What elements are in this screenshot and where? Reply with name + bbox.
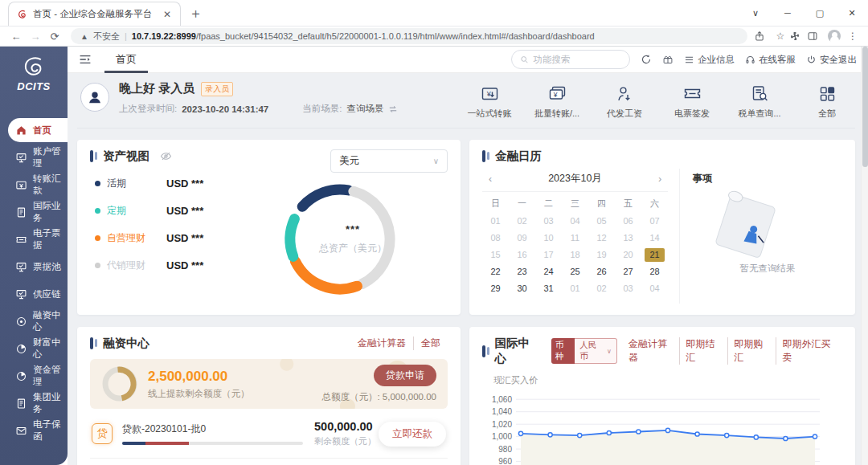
calendar-date[interactable]: 23 — [509, 265, 535, 279]
quick-action-5[interactable]: 全部 — [804, 84, 850, 120]
calendar-date[interactable]: 07 — [641, 214, 668, 228]
address-field[interactable]: ▲ 不安全 | 10.7.19.22:8999/fpaas_bucket/941… — [71, 28, 747, 44]
calendar-date[interactable]: 06 — [615, 214, 641, 228]
calendar-date[interactable]: 05 — [588, 214, 615, 228]
calendar-date[interactable]: 10 — [535, 231, 562, 245]
menu-online-service[interactable]: 在线客服 — [745, 54, 796, 66]
international-link-1[interactable]: 即期结汇 — [679, 337, 727, 365]
collapse-menu-icon[interactable] — [79, 54, 92, 65]
sidebar-item-label: 资金管理 — [33, 364, 68, 388]
quick-action-4[interactable]: 税单查询... — [736, 84, 783, 120]
sidebar-item-2[interactable]: 转账汇款 — [8, 173, 68, 197]
new-tab-button[interactable]: ＋ — [189, 4, 203, 22]
calendar-date[interactable]: 25 — [562, 265, 588, 279]
back-icon[interactable]: ← — [6, 31, 26, 43]
browser-tab[interactable]: 首页 - 企业综合金融服务平台 ✕ — [8, 2, 181, 26]
sidebar-item-11[interactable]: 电子保函 — [8, 418, 68, 443]
share-icon[interactable] — [754, 31, 772, 42]
financing-link-1[interactable]: 全部 — [413, 337, 448, 350]
calendar-date[interactable]: 12 — [588, 231, 615, 245]
tab-home[interactable]: 首页 — [104, 47, 148, 73]
forward-icon[interactable]: → — [26, 31, 45, 43]
function-search[interactable] — [511, 50, 630, 69]
tab-close-icon[interactable]: ✕ — [161, 9, 174, 20]
sidebar-item-8[interactable]: 财富中心 — [8, 337, 68, 361]
calendar-date[interactable]: 01 — [482, 214, 509, 228]
sidebar-item-0[interactable]: 首页 — [8, 118, 68, 142]
sidebar-item-6[interactable]: 供应链 — [8, 282, 68, 306]
calendar-date[interactable]: 17 — [535, 248, 562, 262]
currency-dropdown[interactable]: 美元 ∨ — [330, 149, 448, 173]
calendar-date[interactable]: 13 — [615, 231, 641, 245]
window-maximize-icon[interactable]: ▢ — [804, 1, 836, 25]
calendar-date[interactable]: 02 — [588, 282, 615, 296]
eye-off-icon[interactable] — [160, 151, 172, 161]
gift-icon[interactable] — [662, 54, 674, 65]
calendar-date[interactable]: 28 — [641, 265, 668, 279]
calendar-date[interactable]: 09 — [509, 231, 535, 245]
quick-action-1[interactable]: ¥批量转账/... — [534, 84, 580, 120]
weekday-label: 四 — [588, 198, 615, 210]
international-link-2[interactable]: 即期购汇 — [727, 337, 776, 365]
currency-kind-dropdown[interactable]: 人民币 ∨ — [575, 338, 617, 364]
calendar-date[interactable]: 16 — [509, 248, 535, 262]
calendar-date[interactable]: 11 — [562, 231, 588, 245]
calendar-date[interactable]: 14 — [641, 231, 668, 245]
calendar-date[interactable]: 22 — [482, 265, 509, 279]
sidebar-item-9[interactable]: 资金管理 — [8, 364, 68, 388]
window-close-icon[interactable]: ✕ — [836, 1, 868, 25]
sidebar-item-4[interactable]: 电子票据 — [8, 227, 68, 251]
menu-company-info[interactable]: 企业信息 — [684, 54, 735, 66]
calendar-prev-icon[interactable]: ‹ — [484, 173, 497, 185]
extensions-puzzle-icon[interactable] — [789, 31, 807, 42]
window-minimize-icon[interactable]: ─ — [772, 1, 804, 25]
browser-menu-icon[interactable]: ⋮ — [844, 31, 862, 42]
calendar-date[interactable]: 04 — [641, 282, 668, 296]
switch-scene-icon[interactable] — [388, 105, 398, 113]
reload-icon[interactable]: ⟳ — [45, 31, 64, 43]
international-link-0[interactable]: 金融计算器 — [623, 337, 679, 365]
calendar-date[interactable]: 01 — [562, 282, 588, 296]
sidebar-item-10[interactable]: 集团业务 — [8, 391, 68, 415]
quick-action-2[interactable]: 代发工资 — [601, 84, 648, 120]
scrollbar-thumb[interactable] — [862, 47, 868, 167]
sidebar-item-1[interactable]: 账户管理 — [8, 145, 68, 169]
calendar-date[interactable]: 31 — [535, 282, 562, 296]
calendar-date[interactable]: 03 — [615, 282, 641, 296]
calendar-date[interactable]: 15 — [482, 248, 509, 262]
doc-icon — [15, 206, 27, 218]
bookmark-star-icon[interactable]: ☆ — [772, 31, 789, 42]
sidebar-item-5[interactable]: 票据池 — [8, 255, 68, 279]
side-panel-icon[interactable] — [807, 31, 825, 42]
international-link-3[interactable]: 即期外汇买卖 — [776, 337, 842, 365]
calendar-date[interactable]: 30 — [509, 282, 535, 296]
calendar-date[interactable]: 26 — [588, 265, 615, 279]
calendar-date[interactable]: 20 — [615, 248, 641, 262]
sidebar-item-3[interactable]: 国际业务 — [8, 200, 68, 224]
user-avatar[interactable] — [80, 83, 109, 112]
financing-link-0[interactable]: 金融计算器 — [350, 337, 413, 350]
quick-action-0[interactable]: ¥一站式转账 — [466, 84, 513, 120]
calendar-date[interactable]: 29 — [482, 282, 509, 296]
repay-now-button[interactable]: 立即还款 — [379, 422, 446, 447]
calendar-date[interactable]: 04 — [562, 214, 588, 228]
calendar-date[interactable]: 27 — [615, 265, 641, 279]
profile-avatar[interactable] — [828, 30, 841, 43]
calendar-date[interactable]: 24 — [535, 265, 562, 279]
calendar-date[interactable]: 21 — [645, 248, 665, 262]
calendar-date[interactable]: 03 — [535, 214, 562, 228]
quick-action-3[interactable]: 电票签发 — [669, 84, 715, 120]
calendar-date[interactable]: 08 — [482, 231, 509, 245]
menu-label: 安全退出 — [820, 54, 857, 66]
refresh-icon[interactable] — [641, 54, 652, 65]
window-menu-icon[interactable]: ∨ — [739, 1, 772, 25]
menu-safe-logout[interactable]: 安全退出 — [806, 54, 857, 66]
calendar-next-icon[interactable]: › — [653, 173, 666, 185]
sidebar-item-7[interactable]: 融资中心 — [8, 309, 68, 333]
loan-apply-button[interactable]: 贷款申请 — [374, 365, 436, 386]
calendar-date[interactable]: 18 — [562, 248, 588, 262]
calendar-date[interactable]: 02 — [509, 214, 535, 228]
search-input[interactable] — [533, 55, 621, 64]
calendar-date[interactable]: 19 — [588, 248, 615, 262]
page-scrollbar[interactable] — [861, 47, 868, 465]
